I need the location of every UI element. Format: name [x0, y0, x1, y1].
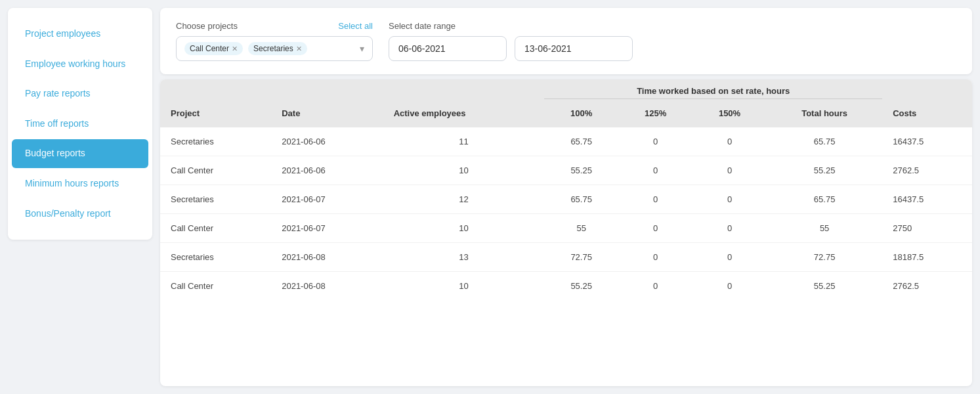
dropdown-chevron-icon: ▾: [360, 43, 364, 54]
td-rate-100: 72.75: [544, 243, 618, 272]
td-rate-125: 0: [618, 156, 692, 185]
tag-call-center: Call Center ✕: [184, 42, 243, 55]
td-costs: 16437.5: [882, 185, 972, 214]
tag-secretaries-label: Secretaries: [253, 44, 293, 53]
date-range-label: Select date range: [389, 21, 633, 31]
td-rate-125: 0: [618, 214, 692, 243]
table-row: Call Center 2021-06-08 10 55.25 0 0 55.2…: [160, 272, 972, 301]
td-date: 2021-06-07: [271, 214, 383, 243]
td-project: Secretaries: [160, 185, 271, 214]
td-rate-150: 0: [692, 272, 767, 301]
td-total-hours: 55: [767, 214, 882, 243]
table-row: Secretaries 2021-06-07 12 65.75 0 0 65.7…: [160, 185, 972, 214]
td-rate-125: 0: [618, 185, 692, 214]
date-to-input[interactable]: [515, 36, 633, 61]
td-date: 2021-06-07: [271, 185, 383, 214]
td-project: Call Center: [160, 214, 271, 243]
td-rate-100: 55: [544, 214, 618, 243]
td-costs: 2762.5: [882, 272, 972, 301]
projects-label: Choose projects: [176, 21, 238, 31]
th-total-hours: Total hours: [767, 99, 882, 128]
td-active-employees: 10: [383, 156, 545, 185]
td-active-employees: 12: [383, 185, 545, 214]
td-project: Secretaries: [160, 127, 271, 156]
project-select-dropdown[interactable]: Call Center ✕ Secretaries ✕ ▾: [176, 36, 373, 61]
td-project: Call Center: [160, 272, 271, 301]
td-date: 2021-06-06: [271, 156, 383, 185]
sidebar-item-minimum-hours-reports[interactable]: Minimum hours reports: [12, 169, 148, 198]
td-rate-150: 0: [692, 127, 767, 156]
tag-call-center-close[interactable]: ✕: [232, 45, 238, 53]
table-panel: Project Date Active employees Time worke…: [160, 79, 972, 386]
sidebar-item-budget-reports[interactable]: Budget reports: [12, 139, 148, 168]
td-rate-125: 0: [618, 127, 692, 156]
project-filter-group: Choose projects Select all Call Center ✕…: [176, 21, 373, 61]
date-range-group: Select date range: [389, 21, 633, 61]
tag-call-center-label: Call Center: [190, 44, 229, 53]
tag-secretaries-close[interactable]: ✕: [296, 45, 302, 53]
th-rate-100: 100%: [544, 99, 618, 128]
select-all-link[interactable]: Select all: [338, 21, 373, 31]
td-total-hours: 72.75: [767, 243, 882, 272]
td-total-hours: 65.75: [767, 127, 882, 156]
budget-table: Project Date Active employees Time worke…: [160, 79, 972, 300]
td-project: Call Center: [160, 156, 271, 185]
table-row: Secretaries 2021-06-08 13 72.75 0 0 72.7…: [160, 243, 972, 272]
th-costs: Costs: [882, 79, 972, 127]
td-active-employees: 10: [383, 272, 545, 301]
td-total-hours: 55.25: [767, 156, 882, 185]
td-costs: 2750: [882, 214, 972, 243]
td-total-hours: 55.25: [767, 272, 882, 301]
main-content: Choose projects Select all Call Center ✕…: [160, 0, 980, 394]
date-from-input[interactable]: [389, 36, 507, 61]
td-date: 2021-06-06: [271, 127, 383, 156]
th-project: Project: [160, 79, 271, 127]
th-rate-125: 125%: [618, 99, 692, 128]
sidebar-item-bonus-penalty-report[interactable]: Bonus/Penalty report: [12, 200, 148, 229]
th-date: Date: [271, 79, 383, 127]
th-group-header: Time worked based on set rate, hours: [544, 79, 882, 99]
td-active-employees: 13: [383, 243, 545, 272]
td-rate-125: 0: [618, 243, 692, 272]
sidebar-item-pay-rate-reports[interactable]: Pay rate reports: [12, 79, 148, 108]
td-costs: 18187.5: [882, 243, 972, 272]
td-rate-100: 65.75: [544, 185, 618, 214]
td-rate-100: 55.25: [544, 156, 618, 185]
th-rate-150: 150%: [692, 99, 767, 128]
sidebar-item-time-off-reports[interactable]: Time off reports: [12, 110, 148, 139]
td-rate-100: 55.25: [544, 272, 618, 301]
td-costs: 2762.5: [882, 156, 972, 185]
td-costs: 16437.5: [882, 127, 972, 156]
td-active-employees: 10: [383, 214, 545, 243]
sidebar-item-employee-working-hours[interactable]: Employee working hours: [12, 50, 148, 79]
td-date: 2021-06-08: [271, 243, 383, 272]
tag-secretaries: Secretaries ✕: [248, 42, 307, 55]
table-row: Call Center 2021-06-06 10 55.25 0 0 55.2…: [160, 156, 972, 185]
td-date: 2021-06-08: [271, 272, 383, 301]
sidebar-item-project-employees[interactable]: Project employees: [12, 20, 148, 49]
td-rate-100: 65.75: [544, 127, 618, 156]
table-row: Call Center 2021-06-07 10 55 0 0 55 2750: [160, 214, 972, 243]
td-total-hours: 65.75: [767, 185, 882, 214]
table-row: Secretaries 2021-06-06 11 65.75 0 0 65.7…: [160, 127, 972, 156]
td-rate-125: 0: [618, 272, 692, 301]
td-rate-150: 0: [692, 214, 767, 243]
filter-panel: Choose projects Select all Call Center ✕…: [160, 8, 972, 74]
td-rate-150: 0: [692, 156, 767, 185]
th-active-employees: Active employees: [383, 79, 545, 127]
td-rate-150: 0: [692, 185, 767, 214]
td-project: Secretaries: [160, 243, 271, 272]
td-rate-150: 0: [692, 243, 767, 272]
sidebar: Project employeesEmployee working hoursP…: [8, 8, 152, 240]
td-active-employees: 11: [383, 127, 545, 156]
